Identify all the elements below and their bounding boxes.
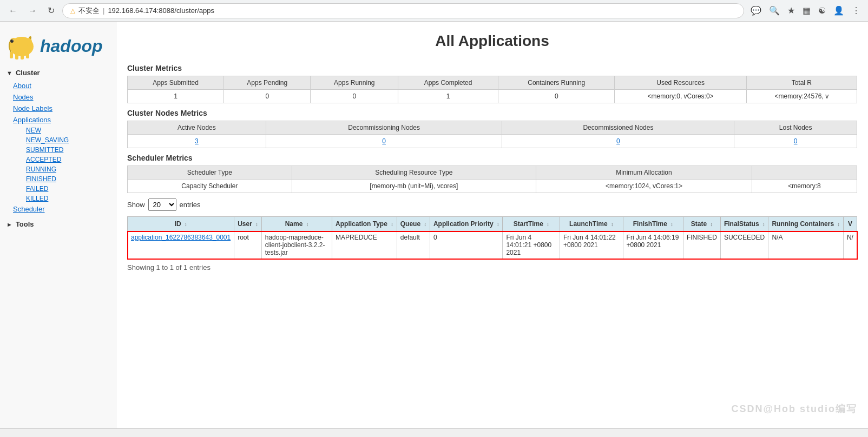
- cluster-section-header[interactable]: ▼ Cluster: [0, 65, 116, 80]
- app-container: hadoop ▼ Cluster About Nodes Node Labels…: [0, 22, 868, 437]
- sidebar-item-nodes[interactable]: Nodes: [0, 91, 116, 103]
- val-lost-nodes[interactable]: 0: [734, 135, 857, 148]
- val-scheduler-extra: <memory:8: [752, 180, 857, 193]
- sidebar-item-node-labels[interactable]: Node Labels: [0, 103, 116, 114]
- col-scheduler-extra: [752, 166, 857, 180]
- main-content: All Applications Cluster Metrics Apps Su…: [116, 22, 868, 437]
- app-type-sort-icon: ↕: [391, 222, 393, 227]
- applications-table: ID ↕ User ↕ Name ↕ Application Type ↕: [127, 216, 857, 259]
- cell-start-time: Fri Jun 4 14:01:21 +0800 2021: [503, 231, 560, 259]
- url-text: 192.168.64.174:8088/cluster/apps: [108, 6, 214, 15]
- cluster-metrics-title: Cluster Metrics: [127, 64, 857, 72]
- sidebar-item-applications[interactable]: Applications: [0, 114, 116, 125]
- tools-section-header[interactable]: ► Tools: [0, 217, 116, 231]
- sidebar-item-failed[interactable]: FAILED: [6, 184, 116, 194]
- sidebar-item-killed[interactable]: KILLED: [6, 194, 116, 203]
- col-total-r: Total R: [746, 76, 857, 90]
- extension-icon[interactable]: ▦: [800, 4, 813, 17]
- val-used-resources: <memory:0, vCores:0>: [615, 90, 746, 103]
- col-name[interactable]: Name ↕: [261, 217, 332, 231]
- menu-icon[interactable]: ⋮: [850, 4, 863, 17]
- col-id[interactable]: ID ↕: [128, 217, 234, 231]
- sidebar-item-new[interactable]: NEW: [6, 125, 116, 135]
- col-v[interactable]: V: [843, 217, 857, 231]
- sidebar-cluster-section: ▼ Cluster About Nodes Node Labels Applic…: [0, 65, 116, 215]
- col-decommissioned-nodes: Decommissioned Nodes: [502, 121, 734, 135]
- user-sort-icon: ↕: [255, 222, 258, 227]
- col-priority[interactable]: Application Priority ↕: [430, 217, 503, 231]
- col-start-time[interactable]: StartTime ↕: [503, 217, 560, 231]
- finish-time-sort-icon: ↕: [670, 222, 673, 227]
- cell-id[interactable]: application_1622786383643_0001: [128, 231, 234, 259]
- cell-state: FINISHED: [683, 231, 720, 259]
- applications-sub-links: NEW NEW_SAVING SUBMITTED ACCEPTED RUNNIN…: [0, 125, 116, 203]
- col-apps-pending: Apps Pending: [223, 76, 311, 90]
- val-minimum-allocation: <memory:1024, vCores:1>: [536, 180, 752, 193]
- entries-label: entries: [180, 201, 201, 209]
- start-time-sort-icon: ↕: [547, 222, 549, 227]
- col-scheduler-type: Scheduler Type: [128, 166, 292, 180]
- val-containers-running: 0: [498, 90, 615, 103]
- showing-text: Showing 1 to 1 of 1 entries: [127, 263, 857, 272]
- profile-icon[interactable]: 👤: [831, 4, 846, 17]
- scheduler-metrics-row: Capacity Scheduler [memory-mb (unit=Mi),…: [128, 180, 857, 193]
- sidebar-item-scheduler[interactable]: Scheduler: [0, 203, 116, 215]
- sidebar-item-running[interactable]: RUNNING: [6, 164, 116, 174]
- browser-chrome: ← → ↻ △ 不安全 | 192.168.64.174:8088/cluste…: [0, 0, 868, 22]
- val-apps-submitted: 1: [128, 90, 224, 103]
- col-launch-time[interactable]: LaunchTime ↕: [560, 217, 623, 231]
- svg-point-7: [27, 38, 32, 47]
- col-finish-time[interactable]: FinishTime ↕: [623, 217, 683, 231]
- scheduler-metrics-table: Scheduler Type Scheduling Resource Type …: [127, 165, 857, 193]
- col-decommissioning-nodes: Decommissioning Nodes: [266, 121, 502, 135]
- table-controls: Show 10 20 25 50 100 entries: [127, 198, 857, 211]
- val-apps-pending: 0: [223, 90, 311, 103]
- col-running-containers[interactable]: Running Containers ↕: [768, 217, 844, 231]
- col-queue[interactable]: Queue ↕: [397, 217, 430, 231]
- svg-point-1: [9, 38, 18, 49]
- address-bar[interactable]: △ 不安全 | 192.168.64.174:8088/cluster/apps: [62, 3, 744, 18]
- hadoop-brand-text: hadoop: [40, 36, 103, 56]
- col-apps-submitted: Apps Submitted: [128, 76, 224, 90]
- val-decommissioned-nodes[interactable]: 0: [502, 135, 734, 148]
- cluster-label: Cluster: [16, 69, 40, 77]
- horizontal-scrollbar[interactable]: [0, 428, 868, 437]
- col-apps-running: Apps Running: [311, 76, 398, 90]
- id-sort-icon: ↕: [185, 222, 187, 227]
- cell-launch-time: Fri Jun 4 14:01:22 +0800 2021: [560, 231, 623, 259]
- tools-label: Tools: [16, 220, 34, 228]
- back-button[interactable]: ←: [5, 5, 21, 17]
- translate-icon[interactable]: 💬: [748, 4, 764, 17]
- col-state[interactable]: State ↕: [683, 217, 720, 231]
- val-decommissioning-nodes[interactable]: 0: [266, 135, 502, 148]
- col-final-status[interactable]: FinalStatus ↕: [720, 217, 768, 231]
- zoom-icon[interactable]: 🔍: [767, 4, 782, 17]
- svg-rect-5: [21, 52, 24, 59]
- val-active-nodes[interactable]: 3: [128, 135, 266, 148]
- entries-select[interactable]: 10 20 25 50 100: [148, 198, 176, 211]
- col-app-type[interactable]: Application Type ↕: [332, 217, 397, 231]
- sidebar-item-submitted[interactable]: SUBMITTED: [6, 145, 116, 155]
- state-sort-icon: ↕: [710, 222, 713, 227]
- col-minimum-allocation: Minimum Allocation: [536, 166, 752, 180]
- cluster-metrics-table: Apps Submitted Apps Pending Apps Running…: [127, 76, 857, 103]
- forward-button[interactable]: →: [25, 5, 40, 17]
- page-header: All Applications: [127, 27, 857, 55]
- reload-button[interactable]: ↻: [44, 4, 58, 17]
- queue-sort-icon: ↕: [424, 222, 426, 227]
- sidebar-item-new-saving[interactable]: NEW_SAVING: [6, 135, 116, 145]
- col-user[interactable]: User ↕: [234, 217, 262, 231]
- val-apps-running: 0: [311, 90, 398, 103]
- cell-queue: default: [397, 231, 430, 259]
- col-active-nodes: Active Nodes: [128, 121, 266, 135]
- svg-rect-6: [26, 52, 29, 58]
- bookmark-icon[interactable]: ★: [785, 4, 797, 17]
- sidebar-item-finished[interactable]: FINISHED: [6, 174, 116, 184]
- val-scheduler-type: Capacity Scheduler: [128, 180, 292, 193]
- val-scheduling-resource-type: [memory-mb (unit=Mi), vcores]: [292, 180, 536, 193]
- sidebar-item-about[interactable]: About: [0, 80, 116, 91]
- puzzle-icon[interactable]: ☯: [816, 4, 828, 17]
- cell-final-status: SUCCEEDED: [720, 231, 768, 259]
- name-sort-icon: ↕: [306, 222, 309, 227]
- sidebar-item-accepted[interactable]: ACCEPTED: [6, 155, 116, 164]
